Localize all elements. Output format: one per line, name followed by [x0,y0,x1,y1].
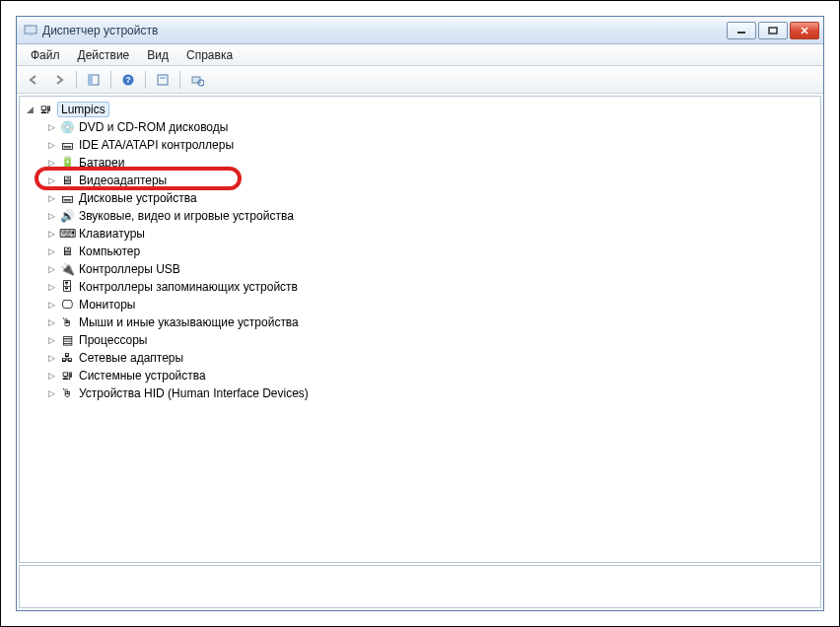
expand-icon[interactable]: ▷ [45,281,57,293]
expand-icon[interactable]: ▷ [45,263,57,275]
separator [110,71,111,89]
menu-view[interactable]: Вид [139,46,176,64]
tree-item-label: Устройства HID (Human Interface Devices) [79,386,309,400]
sound-icon: 🔊 [59,208,75,224]
tree-item-label: Клавиатуры [79,227,145,241]
tree-item-label: Мыши и иные указывающие устройства [79,315,299,329]
tree-item-keyboards[interactable]: ▷⌨Клавиатуры [43,225,818,243]
dvd-icon: 💿 [59,119,75,135]
system-icon: 🖳 [59,368,75,383]
expand-icon[interactable]: ▷ [45,245,57,257]
tree-item-label: Контроллеры запоминающих устройств [79,280,298,294]
computer-icon: 🖳 [37,102,53,117]
svg-rect-0 [25,26,36,34]
tree-item-label: Системные устройства [79,369,206,383]
separator [179,71,180,89]
root-label: Lumpics [57,102,109,117]
expand-icon[interactable]: ▷ [45,121,57,133]
forward-button[interactable] [48,69,70,91]
tree-item-disk-drives[interactable]: ▷🖴Дисковые устройства [43,189,818,207]
separator [145,71,146,89]
back-button[interactable] [23,69,44,91]
mouse-icon: 🖱 [59,314,75,330]
network-icon: 🖧 [59,350,75,366]
svg-rect-8 [158,75,168,85]
tree-item-dvd-drives[interactable]: ▷💿DVD и CD-ROM дисководы [43,118,818,136]
expand-icon[interactable]: ▷ [45,210,57,222]
tree-item-label: IDE ATA/ATAPI контроллеры [79,138,234,152]
tree-item-processors[interactable]: ▷▤Процессоры [43,331,818,349]
expand-icon[interactable]: ▷ [45,228,57,240]
collapse-icon[interactable]: ◢ [24,104,35,115]
app-icon [23,23,38,38]
svg-rect-10 [192,77,200,83]
tree-item-label: Звуковые, видео и игровые устройства [79,209,294,223]
battery-icon: 🔋 [59,155,75,171]
close-button[interactable] [790,22,819,39]
device-tree-panel: ◢ 🖳 Lumpics ▷💿DVD и CD-ROM дисководы▷🖴ID… [19,96,821,563]
titlebar[interactable]: Диспетчер устройств [17,17,823,44]
window-title: Диспетчер устройств [42,24,725,37]
toolbar: ? [17,66,823,94]
tree-item-ide-controllers[interactable]: ▷🖴IDE ATA/ATAPI контроллеры [43,136,818,154]
tree-item-video-adapters[interactable]: ▷🖥Видеоадаптеры [43,172,818,189]
tree-item-mice[interactable]: ▷🖱Мыши и иные указывающие устройства [43,314,818,331]
tree-item-label: Процессоры [79,333,148,347]
expand-icon[interactable]: ▷ [45,174,57,186]
tree-item-hid-devices[interactable]: ▷🖰Устройства HID (Human Interface Device… [43,384,818,402]
expand-icon[interactable]: ▷ [45,299,57,311]
device-manager-window: Диспетчер устройств Файл Действие Вид Сп… [16,16,824,611]
expand-icon[interactable]: ▷ [45,334,57,346]
expand-icon[interactable]: ▷ [45,387,57,399]
video-icon: 🖥 [59,173,75,188]
tree-item-label: DVD и CD-ROM дисководы [79,120,228,134]
svg-rect-1 [29,34,33,35]
tree-root-computer[interactable]: ◢ 🖳 Lumpics [22,101,818,118]
tree-item-computer[interactable]: ▷🖥Компьютер [43,243,818,260]
svg-rect-9 [160,77,166,79]
details-panel [19,565,821,608]
menu-action[interactable]: Действие [70,46,138,64]
svg-rect-5 [89,75,93,85]
scan-button[interactable] [186,69,208,91]
expand-icon[interactable]: ▷ [45,316,57,328]
menubar: Файл Действие Вид Справка [17,44,823,66]
help-button[interactable]: ? [117,69,139,91]
tree-item-storage-controllers[interactable]: ▷🗄Контроллеры запоминающих устройств [43,278,818,296]
monitor-icon: 🖵 [59,297,75,313]
tree-item-system-devices[interactable]: ▷🖳Системные устройства [43,367,818,384]
expand-icon[interactable]: ▷ [45,157,57,169]
tree-item-usb-controllers[interactable]: ▷🔌Контроллеры USB [43,260,818,278]
tree-item-network-adapters[interactable]: ▷🖧Сетевые адаптеры [43,349,818,367]
tree-item-label: Батареи [79,156,124,170]
computer-icon: 🖥 [59,244,75,259]
tree-item-label: Видеоадаптеры [79,174,167,187]
content-area: ◢ 🖳 Lumpics ▷💿DVD и CD-ROM дисководы▷🖴ID… [17,94,823,610]
tree-item-label: Мониторы [79,298,135,312]
tree-item-sound-devices[interactable]: ▷🔊Звуковые, видео и игровые устройства [43,207,818,225]
tree-item-label: Компьютер [79,244,140,258]
tree-item-monitors[interactable]: ▷🖵Мониторы [43,296,818,314]
maximize-button[interactable] [758,22,788,39]
menu-help[interactable]: Справка [178,46,241,64]
separator [76,71,77,89]
disk-icon: 🖴 [59,190,75,206]
tree-item-batteries[interactable]: ▷🔋Батареи [43,154,818,172]
svg-rect-2 [737,32,745,34]
expand-icon[interactable]: ▷ [45,139,57,151]
svg-rect-3 [769,28,777,34]
expand-icon[interactable]: ▷ [45,192,57,204]
tree-item-label: Дисковые устройства [79,191,197,205]
tree-item-label: Сетевые адаптеры [79,351,183,365]
ide-icon: 🖴 [59,137,75,153]
expand-icon[interactable]: ▷ [45,370,57,382]
storage-icon: 🗄 [59,279,75,295]
show-hide-button[interactable] [83,69,105,91]
menu-file[interactable]: Файл [23,46,68,64]
properties-button[interactable] [152,69,174,91]
expand-icon[interactable]: ▷ [45,352,57,364]
svg-text:?: ? [125,75,131,85]
minimize-button[interactable] [727,22,756,39]
cpu-icon: ▤ [59,332,75,348]
hid-icon: 🖰 [59,385,75,401]
